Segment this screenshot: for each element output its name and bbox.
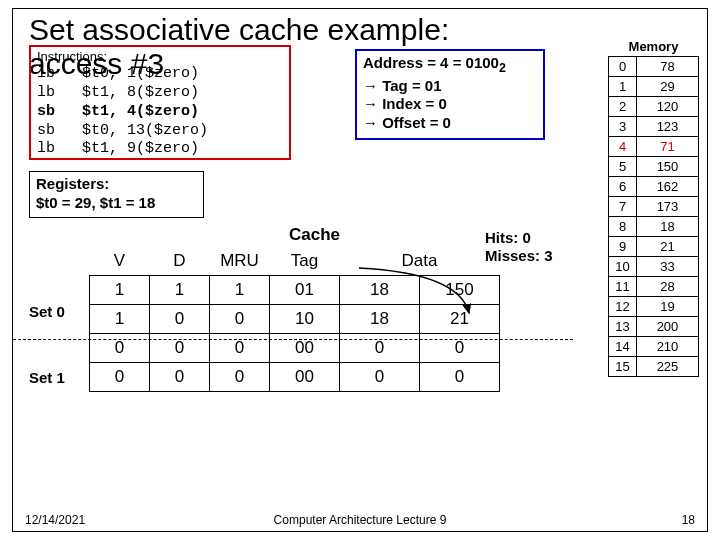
footer-page: 18: [682, 513, 695, 527]
instruction-row: lb $t0, 1($zero): [37, 65, 283, 84]
index-line: → Index = 0: [363, 95, 537, 114]
cache-table: V D MRU Tag Data 11101181501001018210000…: [89, 247, 500, 392]
set1-label: Set 1: [29, 369, 65, 386]
memory-row: 5150: [609, 157, 699, 177]
instruction-row: sb $t0, 13($zero): [37, 122, 283, 141]
memory-panel: Memory 078129212031234715150616271738189…: [608, 39, 699, 377]
address-line: Address = 4 = 01002: [363, 54, 537, 77]
instruction-row: lb $t1, 9($zero): [37, 140, 283, 159]
instruction-row: lb $t1, 8($zero): [37, 84, 283, 103]
registers-box: Registers: $t0 = 29, $t1 = 18: [29, 171, 204, 218]
cache-row: 0000000: [90, 363, 500, 392]
instructions-box: Instructions: lb $t0, 1($zero) lb $t1, 8…: [29, 45, 291, 160]
memory-row: 471: [609, 137, 699, 157]
memory-row: 921: [609, 237, 699, 257]
memory-row: 13200: [609, 317, 699, 337]
memory-row: 1128: [609, 277, 699, 297]
memory-row: 818: [609, 217, 699, 237]
cache-panel: Cache Hits: 0 Misses: 3 Set 0 Set 1 V D …: [29, 225, 569, 392]
memory-row: 1033: [609, 257, 699, 277]
registers-label: Registers:: [36, 175, 197, 194]
footer-lecture: Computer Architecture Lecture 9: [274, 513, 447, 527]
memory-row: 1219: [609, 297, 699, 317]
memory-row: 129: [609, 77, 699, 97]
hit-miss-counter: Hits: 0 Misses: 3: [485, 229, 553, 265]
address-decode-box: Address = 4 = 01002 → Tag = 01 → Index =…: [355, 49, 545, 140]
cache-label: Cache: [289, 225, 340, 245]
memory-row: 14210: [609, 337, 699, 357]
registers-values: $t0 = 29, $t1 = 18: [36, 194, 197, 213]
offset-line: → Offset = 0: [363, 114, 537, 133]
cache-row: 1110118150: [90, 276, 500, 305]
instructions-label: Instructions:: [37, 49, 283, 65]
set-divider: [13, 339, 573, 340]
tag-line: → Tag = 01: [363, 77, 537, 96]
slide-title: Set associative cache example:: [29, 13, 697, 47]
memory-row: 078: [609, 57, 699, 77]
memory-row: 6162: [609, 177, 699, 197]
footer-date: 12/14/2021: [25, 513, 85, 527]
cache-row: 100101821: [90, 305, 500, 334]
memory-row: 2120: [609, 97, 699, 117]
slide-frame: Set associative cache example: access #3…: [12, 8, 708, 532]
memory-label: Memory: [608, 39, 699, 54]
memory-row: 3123: [609, 117, 699, 137]
instruction-row: sb $t1, 4($zero): [37, 103, 283, 122]
set0-label: Set 0: [29, 303, 65, 320]
memory-table: 0781292120312347151506162717381892110331…: [608, 56, 699, 377]
memory-row: 7173: [609, 197, 699, 217]
memory-row: 15225: [609, 357, 699, 377]
cache-row: 0000000: [90, 334, 500, 363]
